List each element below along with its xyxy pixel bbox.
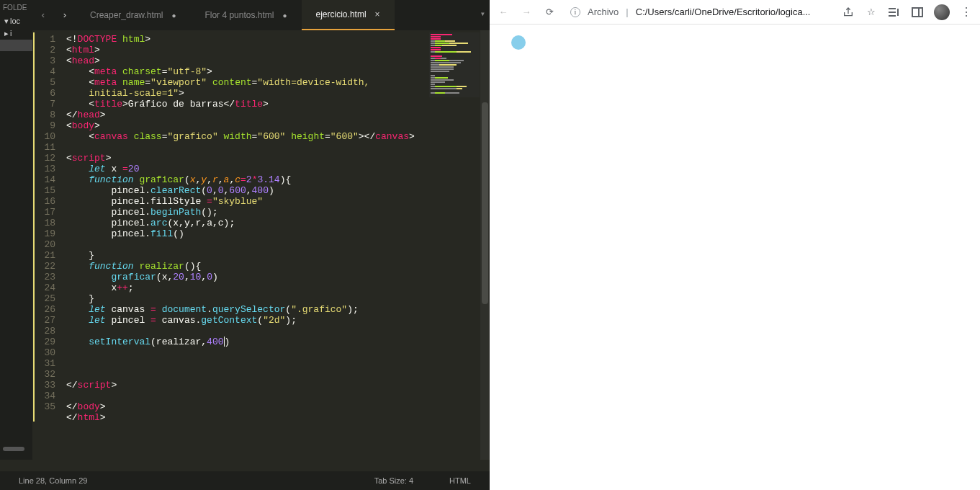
editor-pane: FOLDE ▾loc ▸i ‹ › Creaper_draw.html ● Fl… (0, 0, 490, 490)
tab-label: Creaper_draw.html (90, 10, 163, 20)
browser-viewport (490, 24, 980, 490)
tab-flor[interactable]: Flor 4 puntos.html ● (190, 0, 301, 30)
editor-scrollbar-thumb[interactable] (482, 102, 488, 304)
folder-header: FOLDE (0, 0, 32, 15)
address-bar[interactable]: i Archivo | C:/Users/carli/OneDrive/Escr… (566, 6, 832, 17)
rendered-circle (511, 35, 526, 50)
profile-avatar[interactable] (934, 4, 950, 20)
svg-rect-3 (912, 8, 922, 17)
sidepanel-icon[interactable] (911, 6, 924, 19)
status-bar: Line 28, Column 29 Tab Size: 4 HTML (0, 471, 490, 490)
status-language[interactable]: HTML (449, 476, 471, 485)
status-position[interactable]: Line 28, Column 29 (19, 476, 87, 485)
tab-bar: ‹ › Creaper_draw.html ● Flor 4 puntos.ht… (0, 0, 490, 30)
addr-path: C:/Users/carli/OneDrive/Escritorio/logic… (636, 6, 811, 17)
browser-toolbar: ← → ⟳ i Archivo | C:/Users/carli/OneDriv… (490, 0, 980, 24)
tab-creaper[interactable]: Creaper_draw.html ● (76, 0, 190, 30)
minimap[interactable] (429, 32, 480, 97)
tab-label: Flor 4 puntos.html (204, 10, 274, 20)
tree-item[interactable] (0, 51, 32, 63)
editor-area[interactable]: 1234567891011121314151617181920212223242… (30, 30, 490, 471)
nav-forward-icon[interactable]: › (54, 0, 76, 30)
share-icon[interactable] (842, 6, 855, 19)
info-icon[interactable]: i (570, 7, 580, 17)
folder-sidebar[interactable]: FOLDE ▾loc ▸i (0, 0, 32, 460)
addr-scheme: Archivo (588, 6, 619, 17)
tab-label: ejercicio.html (316, 9, 367, 19)
browser-reload-icon[interactable]: ⟳ (543, 6, 556, 19)
browser-pane: ← → ⟳ i Archivo | C:/Users/carli/OneDriv… (490, 0, 980, 490)
nav-back-icon[interactable]: ‹ (32, 0, 54, 30)
tree-item[interactable] (0, 63, 32, 74)
editor-scrollbar-track[interactable] (480, 30, 490, 460)
tab-overflow-icon[interactable]: ▾ (480, 9, 485, 19)
reading-list-icon[interactable] (888, 6, 901, 19)
modified-dot-icon: ● (282, 12, 287, 19)
browser-forward-icon[interactable]: → (520, 6, 533, 19)
star-icon[interactable]: ☆ (865, 6, 878, 19)
tree-item-selected[interactable] (0, 40, 32, 51)
tree-item[interactable]: ▸i (0, 27, 32, 40)
tab-ejercicio[interactable]: ejercicio.html × (302, 0, 395, 30)
modified-dot-icon: ● (171, 12, 176, 19)
modified-indicator-bar (33, 32, 35, 422)
close-icon[interactable]: × (375, 9, 380, 19)
browser-back-icon[interactable]: ← (497, 6, 510, 19)
sidebar-scrollbar[interactable] (3, 447, 24, 451)
browser-menu-icon[interactable]: ⋮ (960, 6, 973, 19)
status-tabsize[interactable]: Tab Size: 4 (374, 476, 413, 485)
addr-separator: | (626, 6, 628, 17)
line-gutter: 1234567891011121314151617181920212223242… (30, 30, 66, 471)
tree-item[interactable]: ▾loc (0, 15, 32, 27)
code-content[interactable]: <!DOCTYPE html><html><head> <meta charse… (66, 30, 490, 471)
